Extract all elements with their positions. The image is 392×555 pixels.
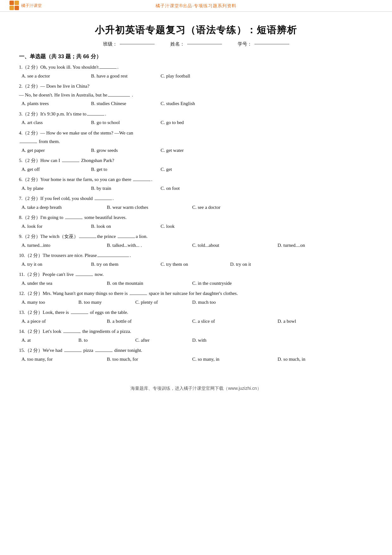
svg-rect-1 [15, 1, 19, 5]
question-3: 3.（2 分）It's 9:30 p.m. It's time to. A. a… [19, 110, 373, 127]
q13-options: A. a piece of B. a bottle of C. a slice … [19, 317, 373, 326]
q1-optB: B. have a good rest [91, 72, 154, 80]
q9-optC: C. told...about [192, 241, 271, 250]
q2-options: A. plants trees B. studies Chinese C. st… [19, 100, 373, 108]
q12-optC: C. plenty of [135, 298, 186, 307]
q5-optA: A. get off [21, 165, 85, 174]
q15-blank2 [95, 352, 113, 352]
q5-blank [62, 162, 79, 162]
q1-blank [99, 68, 117, 69]
q13-stem: 13.（2 分）Look, there is of eggs on the ta… [19, 309, 373, 317]
id-field: 学号： [238, 41, 289, 47]
q2-extra: — No, he doesn't. He lives in Australia,… [19, 91, 373, 99]
svg-rect-2 [9, 6, 14, 10]
q4-stem: 4.（2 分）— How do we make use of the stems… [19, 129, 373, 137]
header-title: 橘子汁课堂®出品·专项练习题系列资料 [156, 3, 236, 9]
q8-blank [65, 219, 83, 219]
q13-blank [71, 314, 88, 314]
q11-optA: A. under the sea [21, 279, 101, 288]
footer: 海量题库、专项训练，进入橘子汁课堂官网下载（www.juzizhi.cn） [0, 383, 392, 391]
q6-optB: B. by train [91, 184, 154, 193]
q14-optB: B. to [78, 336, 129, 345]
section1-title: 一、单选题（共 33 题；共 66 分） [19, 53, 373, 60]
q13-optB: B. a bottle of [107, 317, 186, 326]
logo-icon [9, 1, 20, 11]
q8-stem: 8.（2 分）I'm going to some beautiful leave… [19, 214, 373, 222]
form-row: 班级： 姓名： 学号： [19, 41, 373, 47]
q10-options: A. try it on B. try on them C. try them … [19, 260, 373, 269]
q9-optA: A. turned...into [21, 241, 101, 250]
q11-optB: B. on the mountain [107, 279, 186, 288]
question-5: 5.（2 分）How can I Zhongshan Park? A. get … [19, 157, 373, 173]
q15-blank1 [64, 352, 82, 352]
q5-options: A. get off B. get to C. get [19, 165, 373, 174]
q15-optC: C. so many, in [192, 355, 271, 364]
question-10: 10.（2 分）The trousers are nice. Please. A… [19, 252, 373, 268]
q9-stem: 9.（2 分）The witch（女巫）the prince a lion. [19, 233, 373, 241]
q11-blank [76, 276, 93, 276]
q12-optD: D. much too [192, 298, 243, 307]
id-label: 学号： [238, 41, 252, 47]
question-13: 13.（2 分）Look, there is of eggs on the ta… [19, 309, 373, 325]
name-line [187, 44, 222, 44]
q14-stem: 14.（2 分）Let's look the ingredients of a … [19, 327, 373, 336]
q7-blank [95, 200, 112, 200]
q9-options: A. turned...into B. talked...with... . C… [19, 241, 373, 250]
class-line [120, 44, 155, 44]
logo-area: 橘子汁课堂 [9, 1, 42, 11]
q15-optD: D. so much, in [278, 355, 357, 364]
q9-optB: B. talked...with... . [107, 241, 186, 250]
footer-text: 海量题库、专项训练，进入橘子汁课堂官网下载（www.juzizhi.cn） [131, 386, 261, 391]
q4-optB: B. grow seeds [91, 147, 154, 155]
question-6: 6.（2 分）Your home is near the farm, so yo… [19, 176, 373, 192]
q6-optC: C. on foot [161, 184, 224, 193]
svg-rect-3 [15, 6, 19, 10]
q8-options: A. look for B. look on C. look [19, 222, 373, 231]
name-field: 姓名： [170, 41, 222, 47]
q12-stem: 12.（2 分）Mrs. Wang hasn't got many things… [19, 290, 373, 298]
q6-stem: 6.（2 分）Your home is near the farm, so yo… [19, 176, 373, 184]
q13-optA: A. a piece of [21, 317, 101, 326]
q12-optA: A. many too [21, 298, 72, 307]
q5-optB: B. get to [91, 165, 154, 174]
q15-optB: B. too much, for [107, 355, 186, 364]
q8-optA: A. look for [21, 222, 85, 231]
q9-blank1 [79, 238, 96, 238]
q10-optA: A. try it on [21, 260, 85, 269]
doc-title: 小升初英语专题复习（语法专练）：短语辨析 [19, 24, 373, 37]
q9-blank2 [118, 238, 135, 238]
id-line [254, 44, 289, 44]
q3-optA: A. art class [21, 119, 85, 127]
q10-optC: C. try them on [161, 260, 224, 269]
q5-stem: 5.（2 分）How can I Zhongshan Park? [19, 157, 373, 165]
question-4: 4.（2 分）— How do we make use of the stems… [19, 129, 373, 155]
q14-optC: C. after [135, 336, 186, 345]
q3-blank [87, 115, 104, 115]
q14-optA: A. at [21, 336, 72, 345]
q14-options: A. at B. to C. after D. with [19, 336, 373, 345]
q7-optC: C. see a doctor [192, 203, 255, 212]
q3-optB: B. go to school [91, 119, 154, 127]
q7-options: A. take a deep breath B. wear warm cloth… [19, 203, 373, 212]
q4-optA: A. get paper [21, 147, 85, 155]
q12-blank [130, 295, 147, 295]
q8-optC: C. look [161, 222, 224, 231]
q2-optA: A. plants trees [21, 100, 85, 108]
q10-stem: 10.（2 分）The trousers are nice. Please. [19, 252, 373, 260]
q1-optA: A. see a doctor [21, 72, 85, 80]
q2-blank [108, 96, 130, 97]
q15-options: A. too many, for B. too much, for C. so … [19, 355, 373, 364]
q3-options: A. art class B. go to school C. go to be… [19, 119, 373, 127]
question-11: 11.（2 分）People can't live now. A. under … [19, 271, 373, 287]
q7-optA: A. take a deep breath [21, 203, 101, 212]
question-14: 14.（2 分）Let's look the ingredients of a … [19, 327, 373, 344]
q14-blank [63, 333, 81, 333]
q3-optC: C. go to bed [161, 119, 224, 127]
q12-optB: B. too many [78, 298, 129, 307]
q10-optB: B. try on them [91, 260, 154, 269]
q3-stem: 3.（2 分）It's 9:30 p.m. It's time to. [19, 110, 373, 118]
question-7: 7.（2 分）If you feel cold, you should . A.… [19, 195, 373, 211]
q15-optA: A. too many, for [21, 355, 101, 364]
q6-optA: A. by plane [21, 184, 85, 193]
q11-stem: 11.（2 分）People can't live now. [19, 271, 373, 279]
